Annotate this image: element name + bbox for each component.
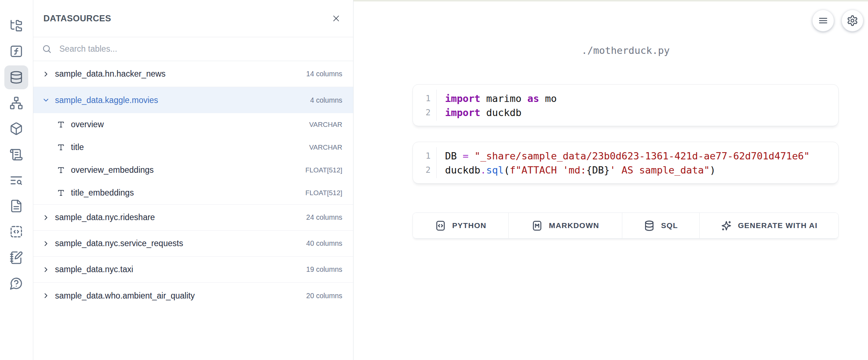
table-list: sample_data.hn.hacker_news 14 columns sa… bbox=[33, 61, 353, 309]
add-sql-cell-button[interactable]: SQL bbox=[622, 213, 700, 238]
column-name: title bbox=[71, 142, 84, 152]
column-type: FLOAT[512] bbox=[305, 166, 342, 174]
datasources-panel: DATASOURCES sample_data.hn.hacker_news 1… bbox=[33, 0, 353, 360]
documentation-icon[interactable] bbox=[4, 194, 28, 218]
x-icon bbox=[332, 14, 340, 23]
column-count: 24 columns bbox=[306, 213, 342, 222]
chevron-down-icon bbox=[42, 96, 50, 104]
text-type-icon bbox=[57, 143, 65, 151]
column-name: overview bbox=[71, 120, 104, 129]
line-number-gutter: 1 2 bbox=[413, 147, 437, 178]
table-row-service-requests[interactable]: sample_data.nyc.service_requests 40 colu… bbox=[33, 231, 353, 257]
scratchpad-icon[interactable] bbox=[4, 246, 28, 270]
column-row-overview-embeddings[interactable]: overview_embeddings FLOAT[512] bbox=[33, 159, 353, 181]
chevron-right-icon bbox=[42, 292, 50, 300]
column-type: VARCHAR bbox=[309, 121, 343, 129]
notebook-filename: ./motherduck.py bbox=[412, 45, 839, 56]
table-name: sample_data.nyc.taxi bbox=[55, 265, 133, 274]
line-number: 1 bbox=[413, 149, 431, 163]
menu-button[interactable] bbox=[812, 10, 834, 31]
datasources-icon[interactable] bbox=[4, 65, 28, 89]
marimo-app: DATASOURCES sample_data.hn.hacker_news 1… bbox=[0, 0, 868, 360]
table-row-rideshare[interactable]: sample_data.nyc.rideshare 24 columns bbox=[33, 205, 353, 231]
table-search-row bbox=[33, 37, 353, 61]
add-python-cell-button[interactable]: PYTHON bbox=[413, 213, 509, 238]
table-row-kaggle-movies[interactable]: sample_data.kaggle.movies 4 columns bbox=[33, 87, 353, 113]
code-line: DB = "_share/sample_data/23b0d623-1361-4… bbox=[445, 149, 835, 163]
hamburger-icon bbox=[818, 15, 829, 26]
database-icon bbox=[644, 220, 655, 231]
add-cell-button-group: PYTHON MARKDOWN SQL GENERATE WITH AI bbox=[412, 213, 839, 239]
add-python-label: PYTHON bbox=[452, 221, 487, 230]
table-row-hacker-news[interactable]: sample_data.hn.hacker_news 14 columns bbox=[33, 61, 353, 87]
column-count: 4 columns bbox=[310, 96, 342, 104]
line-number: 2 bbox=[413, 163, 431, 177]
column-row-title[interactable]: title VARCHAR bbox=[33, 136, 353, 159]
outline-icon[interactable] bbox=[4, 143, 28, 167]
column-row-title-embeddings[interactable]: title_embeddings FLOAT[512] bbox=[33, 181, 353, 204]
table-row-ambient-air-quality[interactable]: sample_data.who.ambient_air_quality 20 c… bbox=[33, 283, 353, 309]
column-name: title_embeddings bbox=[71, 188, 134, 198]
column-count: 40 columns bbox=[306, 239, 342, 248]
code-line: import marimo as mo bbox=[445, 91, 835, 106]
panel-title: DATASOURCES bbox=[43, 13, 111, 23]
table-name: sample_data.hn.hacker_news bbox=[55, 69, 166, 79]
function-icon[interactable] bbox=[4, 39, 28, 63]
add-sql-label: SQL bbox=[661, 221, 678, 230]
search-input[interactable] bbox=[59, 44, 343, 54]
line-number: 2 bbox=[413, 106, 431, 120]
markdown-square-icon bbox=[532, 220, 543, 231]
chevron-right-icon bbox=[42, 214, 50, 222]
column-row-overview[interactable]: overview VARCHAR bbox=[33, 113, 353, 136]
table-name: sample_data.kaggle.movies bbox=[55, 95, 158, 105]
code-square-icon bbox=[435, 220, 446, 231]
generate-with-ai-button[interactable]: GENERATE WITH AI bbox=[700, 213, 838, 238]
code-line: import duckdb bbox=[445, 106, 835, 120]
add-markdown-label: MARKDOWN bbox=[549, 221, 599, 230]
packages-icon[interactable] bbox=[4, 117, 28, 141]
column-count: 14 columns bbox=[306, 70, 342, 78]
gear-icon bbox=[847, 15, 858, 26]
code-cell-attach-db[interactable]: 1 2 DB = "_share/sample_data/23b0d623-13… bbox=[412, 142, 839, 184]
add-markdown-cell-button[interactable]: MARKDOWN bbox=[509, 213, 622, 238]
notebook-area: ./motherduck.py 1 2 import marimo as mo … bbox=[354, 0, 868, 360]
activity-bar bbox=[0, 0, 33, 360]
chevron-right-icon bbox=[42, 266, 50, 274]
kaggle-movies-columns: overview VARCHAR title VARCHAR overview_… bbox=[33, 113, 353, 205]
text-type-icon bbox=[57, 189, 65, 197]
line-number: 1 bbox=[413, 91, 431, 106]
help-icon[interactable] bbox=[4, 271, 28, 295]
chevron-right-icon bbox=[42, 240, 50, 248]
dependency-graph-icon[interactable] bbox=[4, 91, 28, 115]
datasources-panel-header: DATASOURCES bbox=[33, 0, 353, 37]
file-tree-icon[interactable] bbox=[4, 14, 28, 38]
snippets-icon[interactable] bbox=[4, 220, 28, 244]
text-type-icon bbox=[57, 121, 65, 128]
magnifier-icon bbox=[42, 44, 52, 54]
table-name: sample_data.nyc.service_requests bbox=[55, 239, 183, 248]
close-panel-button[interactable] bbox=[330, 12, 342, 25]
table-name: sample_data.nyc.rideshare bbox=[55, 213, 155, 222]
code-editor[interactable]: DB = "_share/sample_data/23b0d623-1361-4… bbox=[437, 149, 835, 177]
column-count: 20 columns bbox=[306, 292, 342, 300]
text-type-icon bbox=[57, 166, 65, 174]
table-name: sample_data.who.ambient_air_quality bbox=[55, 291, 195, 301]
settings-button[interactable] bbox=[842, 10, 863, 31]
column-type: FLOAT[512] bbox=[305, 189, 342, 197]
code-cell-imports[interactable]: 1 2 import marimo as mo import duckdb bbox=[412, 84, 839, 126]
column-name: overview_embeddings bbox=[71, 165, 154, 175]
chevron-right-icon bbox=[42, 70, 50, 78]
code-line: duckdb.sql(f"ATTACH 'md:{DB}' AS sample_… bbox=[445, 163, 835, 177]
column-type: VARCHAR bbox=[309, 143, 343, 151]
code-editor[interactable]: import marimo as mo import duckdb bbox=[437, 91, 835, 120]
line-number-gutter: 1 2 bbox=[413, 90, 437, 121]
generate-with-ai-label: GENERATE WITH AI bbox=[738, 221, 818, 230]
sparkles-icon bbox=[721, 220, 732, 231]
column-count: 19 columns bbox=[306, 265, 342, 274]
logs-icon[interactable] bbox=[4, 168, 28, 192]
table-row-taxi[interactable]: sample_data.nyc.taxi 19 columns bbox=[33, 257, 353, 283]
